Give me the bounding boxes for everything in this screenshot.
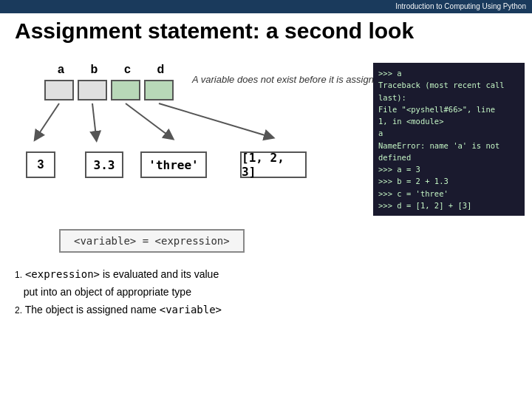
formula-box: <variable> = <expression> (59, 229, 245, 253)
item2-text: The object is assigned name (25, 304, 160, 316)
var-label-b: b (78, 63, 111, 76)
description-item1: 1. <expression> is evaluated and its val… (15, 266, 222, 284)
code-line-9: >>> b = 2 + 1.3 (378, 175, 519, 187)
svg-line-3 (159, 103, 270, 137)
var-label-a: a (44, 63, 78, 76)
diagram-area: a b c d (11, 63, 381, 100)
code-line-2: last): (378, 92, 519, 103)
value-list-123: [1, 2, 3] (240, 151, 307, 178)
item1-prefix: 1. (15, 270, 22, 280)
box-b (78, 80, 107, 100)
box-c (111, 80, 140, 100)
var-label-d: d (144, 63, 177, 76)
code-line-1: Traceback (most recent call (378, 79, 519, 91)
top-bar-text: Introduction to Computing Using Python (395, 2, 526, 10)
description: 1. <expression> is evaluated and its val… (15, 266, 222, 318)
value-int-3: 3 (26, 151, 55, 178)
var-label-c: c (111, 63, 144, 76)
code-line-7: defined (378, 151, 519, 163)
item1-text: is evaluated and its value (100, 268, 219, 280)
code-line-10: >>> c = 'three' (378, 188, 519, 200)
svg-line-1 (92, 103, 96, 137)
svg-line-2 (126, 103, 170, 137)
code-panel: >>> aTraceback (most recent calllast): F… (373, 63, 525, 216)
variable-boxes (44, 80, 381, 100)
code-line-6: NameError: name 'a' is not (378, 140, 519, 151)
value-float-33: 3.3 (85, 151, 123, 178)
var-labels: a b c d (44, 63, 381, 76)
description-item1-cont: put into an object of appropriate type (15, 284, 222, 301)
code-line-0: >>> a (378, 67, 519, 79)
code-line-8: >>> a = 3 (378, 163, 519, 175)
svg-line-0 (37, 103, 59, 137)
item2-prefix: 2. (15, 305, 22, 316)
top-bar: Introduction to Computing Using Python (0, 0, 532, 13)
code-line-3: File "<pyshell#66>", line (378, 103, 519, 115)
item2-code: <variable> (160, 304, 222, 316)
code-line-11: >>> d = [1, 2] + [3] (378, 200, 519, 211)
box-d (144, 80, 174, 100)
item1-cont: put into an object of appropriate type (24, 286, 191, 298)
value-str-three: 'three' (140, 151, 207, 178)
description-item2: 2. The object is assigned name <variable… (15, 301, 222, 319)
code-line-5: a (378, 127, 519, 139)
box-a (44, 80, 74, 100)
page-title: Assignment statement: a second look (15, 18, 414, 44)
item1-code: <expression> (25, 268, 100, 280)
code-line-4: 1, in <module> (378, 115, 519, 127)
